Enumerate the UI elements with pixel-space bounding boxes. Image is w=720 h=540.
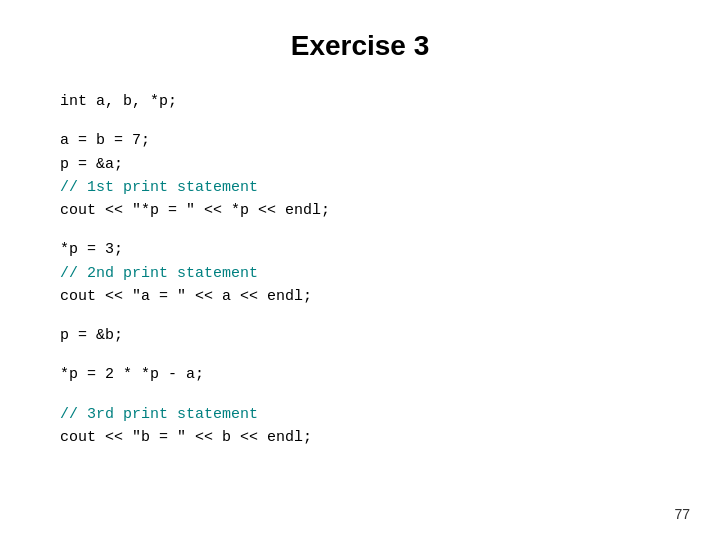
comment-line: // 3rd print statement: [60, 403, 660, 426]
code-line: a = b = 7;: [60, 129, 660, 152]
code-line: cout << "b = " << b << endl;: [60, 426, 660, 449]
code-line: cout << "a = " << a << endl;: [60, 285, 660, 308]
code-line: p = &b;: [60, 324, 660, 347]
comment-line: // 2nd print statement: [60, 262, 660, 285]
section-declaration: int a, b, *p;: [60, 90, 660, 113]
code-line: *p = 3;: [60, 238, 660, 261]
code-line: int a, b, *p;: [60, 90, 660, 113]
slide-title: Exercise 3: [60, 30, 660, 62]
section-block3: p = &b;: [60, 324, 660, 347]
section-block4: *p = 2 * *p - a;: [60, 363, 660, 386]
slide: Exercise 3 int a, b, *p; a = b = 7; p = …: [0, 0, 720, 540]
section-block5: // 3rd print statement cout << "b = " <<…: [60, 403, 660, 450]
section-block1: a = b = 7; p = &a; // 1st print statemen…: [60, 129, 660, 222]
page-number: 77: [674, 506, 690, 522]
comment-line: // 1st print statement: [60, 176, 660, 199]
code-line: cout << "*p = " << *p << endl;: [60, 199, 660, 222]
code-line: p = &a;: [60, 153, 660, 176]
section-block2: *p = 3; // 2nd print statement cout << "…: [60, 238, 660, 308]
code-block: int a, b, *p; a = b = 7; p = &a; // 1st …: [60, 90, 660, 449]
code-line: *p = 2 * *p - a;: [60, 363, 660, 386]
